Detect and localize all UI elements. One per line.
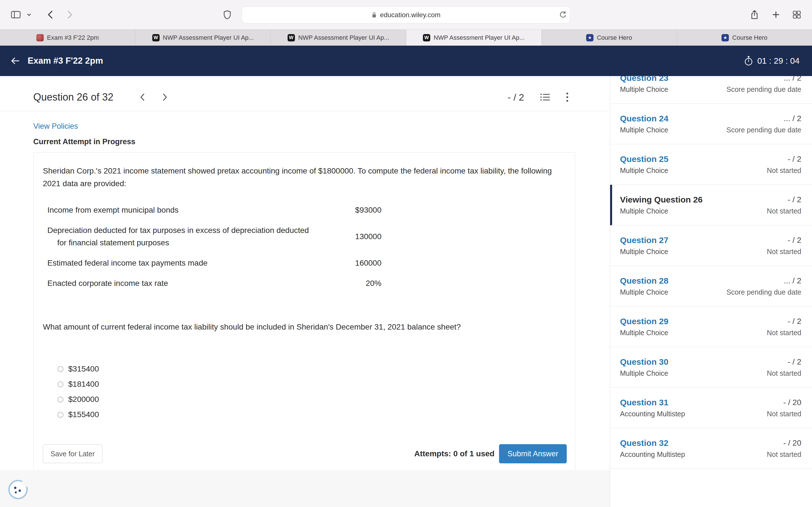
kebab-menu-icon[interactable] — [566, 92, 569, 102]
tab-label: NWP Assessment Player UI Ap... — [298, 34, 389, 41]
question-status: Not started — [767, 369, 801, 378]
row-label: Depreciation deducted for tax purposes i… — [47, 224, 310, 249]
forward-icon[interactable] — [63, 7, 77, 22]
exam-favicon — [36, 34, 44, 41]
save-for-later-button[interactable]: Save for Later — [43, 445, 102, 463]
question-status: Not started — [767, 409, 801, 418]
question-link[interactable]: Question 31 — [620, 397, 767, 408]
refresh-icon[interactable] — [559, 11, 566, 18]
coursehero-favicon: ★ — [586, 34, 594, 41]
mascot-icon[interactable] — [7, 476, 30, 501]
question-card: Sheridan Corp.'s 2021 income statement s… — [33, 152, 575, 473]
attempts-counter: Attempts: 0 of 1 used — [414, 449, 495, 458]
question-list-item-32[interactable]: Question 32 Accounting Multistep - / 20 … — [610, 428, 812, 469]
option-label[interactable]: $200000 — [68, 395, 99, 404]
question-link[interactable]: Question 23 — [620, 76, 726, 83]
tab-overview-icon[interactable] — [790, 7, 804, 22]
question-list-item-29[interactable]: Question 29 Multiple Choice - / 2 Not st… — [610, 306, 812, 347]
question-status: Not started — [767, 450, 801, 459]
next-question-icon[interactable] — [162, 93, 168, 102]
question-link[interactable]: Question 27 — [620, 235, 767, 245]
answer-option[interactable]: $155400 — [43, 407, 566, 422]
question-type: Multiple Choice — [620, 247, 767, 256]
tab-label: Course Hero — [732, 34, 767, 41]
question-type: Multiple Choice — [620, 85, 726, 94]
question-score: - / 2 — [767, 154, 801, 165]
browser-tab-nwp-active[interactable]: W NWP Assessment Player UI Ap... — [406, 30, 542, 46]
radio-button[interactable] — [57, 397, 63, 402]
question-link[interactable]: Question 28 — [620, 276, 726, 286]
view-policies-link[interactable]: View Policies — [33, 122, 78, 131]
attempt-status: Current Attempt in Progress — [33, 137, 610, 146]
option-label[interactable]: $315400 — [68, 364, 99, 374]
page-footer-area — [0, 470, 610, 507]
question-type: Accounting Multistep — [620, 450, 767, 459]
question-status: Not started — [767, 166, 801, 175]
question-list-item-26-viewing[interactable]: Viewing Question 26 Multiple Choice - / … — [610, 185, 812, 225]
radio-button[interactable] — [57, 412, 63, 418]
question-status: Score pending due date — [726, 288, 802, 296]
option-label[interactable]: $181400 — [68, 380, 99, 389]
answer-option[interactable]: $181400 — [43, 377, 566, 392]
question-list-item-31[interactable]: Question 31 Accounting Multistep - / 20 … — [610, 388, 812, 428]
browser-tab-exam[interactable]: Exam #3 F'22 2pm — [0, 30, 135, 46]
question-panel: Question 26 of 32 - / 2 — [0, 76, 610, 507]
tab-label: Exam #3 F'22 2pm — [47, 34, 99, 41]
question-list-item-25[interactable]: Question 25 Multiple Choice - / 2 Not st… — [610, 144, 812, 185]
question-link[interactable]: Question 32 — [620, 438, 767, 448]
back-icon[interactable] — [43, 7, 57, 22]
chevron-down-icon[interactable] — [25, 7, 33, 22]
question-prompt: Sheridan Corp.'s 2021 income statement s… — [43, 165, 566, 190]
question-status: Not started — [767, 247, 801, 256]
question-list-icon[interactable] — [540, 93, 550, 101]
radio-button[interactable] — [57, 366, 63, 372]
card-footer: Save for Later Attempts: 0 of 1 used Sub… — [43, 444, 567, 463]
exam-header: Exam #3 F'22 2pm 01 : 29 : 04 — [0, 46, 812, 76]
address-bar[interactable]: education.wiley.com — [242, 6, 570, 23]
question-type: Accounting Multistep — [620, 409, 767, 418]
question-status: Not started — [767, 328, 801, 337]
row-value: 130000 — [310, 232, 382, 241]
tab-label: NWP Assessment Player UI Ap... — [163, 34, 254, 41]
browser-tab-coursehero-1[interactable]: ★ Course Hero — [542, 30, 677, 46]
question-link[interactable]: Question 24 — [620, 113, 726, 124]
question-list-item-27[interactable]: Question 27 Multiple Choice - / 2 Not st… — [610, 225, 812, 266]
sidebar-toggle-icon[interactable] — [8, 7, 23, 22]
question-link[interactable]: Question 25 — [620, 154, 767, 165]
option-label[interactable]: $155400 — [68, 410, 99, 419]
answer-option[interactable]: $315400 — [43, 361, 566, 377]
browser-tab-coursehero-2[interactable]: ★ Course Hero — [677, 30, 812, 46]
question-list-item-30[interactable]: Question 30 Multiple Choice - / 2 Not st… — [610, 347, 812, 388]
row-value: 160000 — [310, 259, 382, 268]
share-icon[interactable] — [747, 7, 762, 22]
question-link[interactable]: Question 30 — [620, 356, 767, 367]
row-label: Enacted corporate income tax rate — [47, 277, 310, 290]
question-link[interactable]: Question 29 — [620, 316, 767, 327]
tab-label: Course Hero — [597, 34, 632, 41]
question-score: - / 2 — [767, 194, 801, 205]
question-list-item-28[interactable]: Question 28 Multiple Choice ... / 2 Scor… — [610, 266, 812, 306]
browser-tab-nwp-2[interactable]: W NWP Assessment Player UI Ap... — [271, 30, 406, 46]
submit-answer-button[interactable]: Submit Answer — [499, 444, 567, 463]
previous-question-icon[interactable] — [139, 93, 146, 102]
question-list-scroll[interactable]: Question 23 Multiple Choice ... / 2 Scor… — [610, 76, 812, 469]
question-list-item-23[interactable]: Question 23 Multiple Choice ... / 2 Scor… — [610, 76, 812, 104]
question-heading: Question 26 of 32 — [33, 91, 113, 103]
question-score: - / 2 — [767, 316, 801, 327]
question-status: Not started — [767, 207, 801, 215]
wiley-favicon: W — [423, 34, 430, 41]
radio-button[interactable] — [57, 381, 63, 387]
answer-option[interactable]: $200000 — [43, 392, 566, 407]
question-list-item-24[interactable]: Question 24 Multiple Choice ... / 2 Scor… — [610, 104, 812, 144]
new-tab-icon[interactable] — [769, 7, 783, 22]
browser-tab-nwp-1[interactable]: W NWP Assessment Player UI Ap... — [135, 30, 271, 46]
tab-label: NWP Assessment Player UI Ap... — [434, 34, 524, 41]
timer-value: 01 : 29 : 04 — [757, 56, 800, 66]
question-type: Multiple Choice — [620, 166, 767, 175]
question-status: Score pending due date — [726, 126, 802, 134]
privacy-shield-icon[interactable] — [220, 7, 235, 22]
question-type: Multiple Choice — [620, 328, 767, 337]
exit-exam-back-icon[interactable] — [10, 57, 20, 65]
question-score: - / 2 — [507, 92, 524, 103]
data-table: Income from exempt municipal bonds $9300… — [43, 200, 566, 293]
